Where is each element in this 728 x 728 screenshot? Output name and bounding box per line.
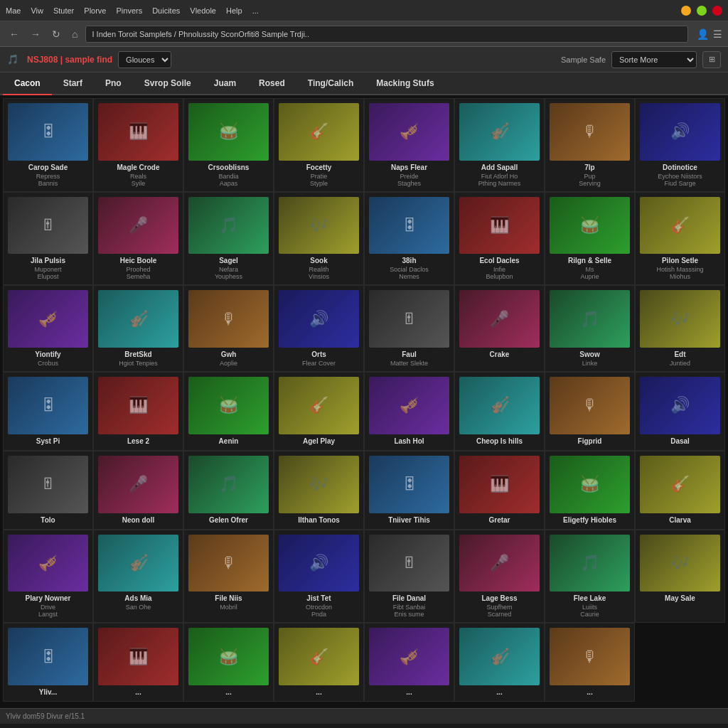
product-name: Swow <box>579 350 599 359</box>
product-card[interactable]: 🎹 Lese 2 <box>93 372 183 451</box>
product-card[interactable]: 🥁 ... <box>183 623 274 702</box>
product-card[interactable]: 🎻 Add Sapall Fiut Atlorl Ho Pthing Narme… <box>454 98 545 192</box>
product-card[interactable]: 🎸 ... <box>274 623 364 702</box>
product-card[interactable]: 🎶 Ilthan Tonos <box>274 451 364 530</box>
product-thumbnail: 🎸 <box>640 197 720 255</box>
profile-icon[interactable]: 👤 <box>697 28 709 40</box>
product-card[interactable]: 🎛 Syst Pi <box>3 372 93 451</box>
product-sub2: Nemes <box>399 273 419 280</box>
menu-help[interactable]: Help <box>226 6 242 15</box>
menu-mae[interactable]: Mae <box>6 6 21 15</box>
product-card[interactable]: 🎶 May Sale <box>635 530 725 623</box>
category-tab-3[interactable]: Svrop Soile <box>133 73 203 95</box>
product-card[interactable]: 🎻 ... <box>454 623 545 702</box>
address-bar[interactable] <box>85 26 688 43</box>
product-card[interactable]: 🎙 ... <box>545 623 635 702</box>
product-card[interactable]: 🎤 Neon doll <box>93 451 183 530</box>
sort-dropdown[interactable]: Sorte More <box>611 51 697 68</box>
category-tab-0[interactable]: Cacon <box>3 73 52 95</box>
product-card[interactable]: 🎚 Jila Pulsis Muponert Elupost <box>3 192 93 286</box>
menu-icon[interactable]: ☰ <box>713 28 722 40</box>
product-card[interactable]: 🎻 BretSkd Hgiot Tenpies <box>93 285 183 372</box>
product-card[interactable]: 🎻 Ads Mia San Ohe <box>93 530 183 623</box>
reload-button[interactable]: ↻ <box>48 27 64 41</box>
menu-vledole[interactable]: Vledole <box>190 6 216 15</box>
forward-button[interactable]: → <box>27 27 44 41</box>
product-card[interactable]: 🎻 Cheop Is hills <box>454 372 545 451</box>
menu-plorve[interactable]: Plorve <box>84 6 106 15</box>
filter-dropdown[interactable]: Glouces <box>118 51 171 68</box>
product-card[interactable]: 🔊 Dasal <box>635 372 725 451</box>
product-card[interactable]: 🎹 Gretar <box>454 451 545 530</box>
product-card[interactable]: 🔊 Dotinotice Eychoe Niistors Fiud Sarge <box>635 98 725 192</box>
product-card[interactable]: 🎹 ... <box>93 623 183 702</box>
product-card[interactable]: 🎵 Flee Lake Luiits Caurie <box>545 530 635 623</box>
product-card[interactable]: 🎵 Gelen Ofrer <box>183 451 274 530</box>
product-card[interactable]: 🎺 Lash Hol <box>364 372 454 451</box>
product-card[interactable]: 🥁 Crsooblisns Bandia Aapas <box>183 98 274 192</box>
product-sub1: Crobus <box>38 360 58 367</box>
product-thumb-icon: 🎵 <box>219 475 238 493</box>
product-card[interactable]: 🎸 Clarva <box>635 451 725 530</box>
category-tab-6[interactable]: Ting/Calich <box>296 73 365 95</box>
product-name: File Danal <box>392 594 426 603</box>
status-text: Ylviv dom59 Divur e/15.1 <box>6 712 85 720</box>
product-card[interactable]: 🎶 Sook Realith Vinsios <box>274 192 364 286</box>
minimize-button[interactable] <box>681 6 691 16</box>
product-card[interactable]: 🎹 Magle Crode Reals Syile <box>93 98 183 192</box>
product-card[interactable]: 🎺 Yiontify Crobus <box>3 285 93 372</box>
product-card[interactable]: 🎚 Tolo <box>3 451 93 530</box>
product-card[interactable]: 🎙 7lp Pup Serving <box>545 98 635 192</box>
product-card[interactable]: 🎵 Swow Linke <box>545 285 635 372</box>
product-thumbnail: 🎹 <box>459 197 540 255</box>
category-tab-2[interactable]: Pno <box>94 73 133 95</box>
category-tab-1[interactable]: Starf <box>52 73 94 95</box>
menu-pinvers[interactable]: Pinvers <box>116 6 142 15</box>
menu-duicites[interactable]: Duicites <box>152 6 180 15</box>
menu-viw[interactable]: Viw <box>31 6 43 15</box>
product-thumb-icon: 🎶 <box>670 310 690 328</box>
product-card[interactable]: 🎛 Yliv... <box>3 623 93 702</box>
product-card[interactable]: 🎤 Crake <box>454 285 545 372</box>
grid-view-button[interactable]: ⊞ <box>702 51 721 68</box>
product-sub1: Social Daclos <box>390 266 429 273</box>
product-card[interactable]: 🎸 Pilon Setle Hotish Masssing Miohus <box>635 192 725 286</box>
product-card[interactable]: 🎹 Ecol Dacles Infie Belupbon <box>454 192 545 286</box>
product-thumbnail: 🎶 <box>640 535 720 592</box>
product-card[interactable]: 🎛 Tniiver Tihis <box>364 451 454 530</box>
back-button[interactable]: ← <box>6 27 23 41</box>
product-card[interactable]: 🎸 Focetty Pratie Styple <box>274 98 364 192</box>
product-card[interactable]: 🎙 Gwh Aoplie <box>183 285 274 372</box>
product-card[interactable]: 🎛 38ih Social Daclos Nemes <box>364 192 454 286</box>
product-card[interactable]: 🎚 Faul Matter Slekte <box>364 285 454 372</box>
category-tab-4[interactable]: Juam <box>203 73 247 95</box>
product-card[interactable]: 🥁 Rilgn & Selle Ms Auprie <box>545 192 635 286</box>
product-card[interactable]: 🔊 Orts Flear Cover <box>274 285 364 372</box>
product-card[interactable]: 🎤 Lage Bess Supfhem Scarned <box>454 530 545 623</box>
product-card[interactable]: 🎶 Edt Juntied <box>635 285 725 372</box>
product-card[interactable]: 🎛 Carop Sade Repress Bannis <box>3 98 93 192</box>
product-card[interactable]: 🎺 ... <box>364 623 454 702</box>
product-card[interactable]: 🥁 Eligetfy Hiobles <box>545 451 635 530</box>
product-card[interactable]: 🎺 Plary Nowner Dnve Langst <box>3 530 93 623</box>
product-card[interactable]: 🥁 Aenin <box>183 372 274 451</box>
category-tab-7[interactable]: Macking Stufs <box>365 73 445 95</box>
close-button[interactable] <box>712 6 722 16</box>
product-thumbnail: 🎙 <box>188 290 269 348</box>
home-button[interactable]: ⌂ <box>68 27 81 41</box>
product-card[interactable]: 🎺 Naps Flear Preide Staghes <box>364 98 454 192</box>
product-card[interactable]: 🔊 Jist Tet Otrocdon Pnda <box>274 530 364 623</box>
product-card[interactable]: 🎚 File Danal Fibt Sanbai Enis sume <box>364 530 454 623</box>
product-name: Faul <box>402 350 417 359</box>
menu-stuter[interactable]: Stuter <box>53 6 74 15</box>
product-name: Naps Flear <box>391 164 427 172</box>
maximize-button[interactable] <box>697 6 707 16</box>
menu-more[interactable]: ... <box>252 6 259 15</box>
category-tab-5[interactable]: Rosed <box>247 73 296 95</box>
product-card[interactable]: 🎤 Heic Boole Proohed Semeha <box>93 192 183 286</box>
product-card[interactable]: 🎵 Sagel Nefara Youphess <box>183 192 274 286</box>
product-thumb-icon: 🔊 <box>309 310 328 328</box>
product-card[interactable]: 🎸 Agel Play <box>274 372 364 451</box>
product-card[interactable]: 🎙 File Niis Mobril <box>183 530 274 623</box>
product-card[interactable]: 🎙 Figprid <box>545 372 635 451</box>
